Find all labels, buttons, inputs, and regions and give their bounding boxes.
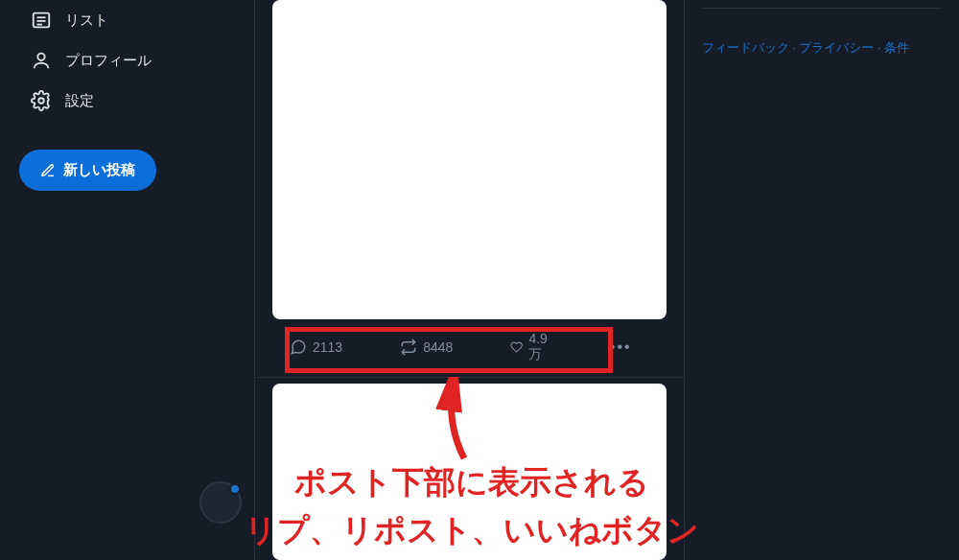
heart-icon (510, 338, 523, 356)
post-actions: 2113 8448 4.9万 ••• (272, 319, 667, 375)
compose-label: 新しい投稿 (63, 161, 135, 179)
reply-count: 2113 (313, 339, 342, 355)
repost-button[interactable]: 8448 (400, 338, 453, 356)
profile-icon (31, 50, 52, 71)
like-button[interactable]: 4.9万 (510, 331, 551, 363)
right-divider (702, 8, 942, 9)
svg-point-4 (37, 54, 44, 60)
more-button[interactable]: ••• (610, 338, 632, 356)
post-image[interactable] (272, 0, 667, 319)
next-post-image[interactable] (272, 384, 667, 560)
compose-icon (40, 163, 56, 178)
sidebar-item-profile[interactable]: プロフィール (19, 40, 235, 81)
sidebar: リスト プロフィール 設定 新しい投稿 (0, 0, 254, 560)
footer-terms[interactable]: 条件 (884, 40, 909, 55)
svg-point-5 (38, 98, 44, 104)
post-card: 2113 8448 4.9万 ••• (255, 0, 684, 375)
sidebar-label-lists: リスト (65, 12, 108, 30)
avatar-indicator (229, 483, 241, 495)
like-count: 4.9万 (528, 331, 551, 363)
reply-button[interactable]: 2113 (290, 338, 342, 356)
right-column: フィードバック · プライバシー · 条件 (685, 0, 959, 560)
post-divider (255, 377, 684, 378)
settings-icon (31, 90, 52, 111)
sidebar-label-profile: プロフィール (65, 52, 152, 70)
sidebar-label-settings: 設定 (65, 92, 94, 110)
sidebar-item-settings[interactable]: 設定 (19, 81, 235, 121)
main-feed: 2113 8448 4.9万 ••• (254, 0, 685, 560)
sidebar-item-lists[interactable]: リスト (19, 0, 235, 40)
compose-button[interactable]: 新しい投稿 (19, 150, 156, 191)
repost-count: 8448 (423, 339, 453, 355)
footer-privacy[interactable]: プライバシー (799, 40, 874, 55)
list-icon (31, 10, 52, 31)
footer-sep1: · (789, 40, 800, 55)
reply-icon (290, 338, 307, 356)
footer-links: フィードバック · プライバシー · 条件 (702, 39, 942, 57)
footer-feedback[interactable]: フィードバック (702, 40, 789, 55)
repost-icon (400, 338, 417, 356)
footer-sep2: · (874, 40, 884, 55)
